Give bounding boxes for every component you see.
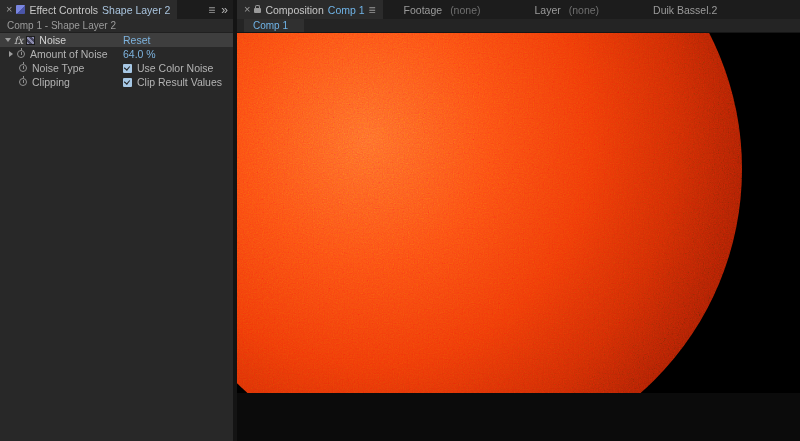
panel-icon (16, 5, 25, 14)
panel-menu-icon[interactable]: ≡ (208, 4, 215, 16)
param-label-group: Clipping (0, 76, 118, 88)
tab-suffix: (none) (569, 4, 599, 16)
lock-icon[interactable] (254, 8, 261, 13)
param-label: Amount of Noise (30, 48, 108, 60)
breadcrumb: Comp 1 - Shape Layer 2 (0, 19, 233, 33)
tab-title: Duik Bassel.2 (653, 4, 717, 16)
effect-controls-panel: × Effect Controls Shape Layer 2 ≡ » Comp… (0, 0, 233, 441)
tab-footage[interactable]: Footage (none) (397, 0, 488, 19)
param-label-group: Noise Type (0, 62, 118, 74)
checkbox-label: Clip Result Values (137, 76, 222, 88)
stopwatch-icon[interactable] (17, 50, 25, 58)
tab-composition[interactable]: × Composition Comp 1 ≡ (237, 0, 383, 19)
tab-title: Layer (534, 4, 560, 16)
close-icon[interactable]: × (6, 4, 12, 15)
tab-duik-bassel[interactable]: Duik Bassel.2 (646, 0, 724, 19)
tab-title: Footage (404, 4, 443, 16)
tab-title: Effect Controls (29, 4, 98, 16)
tab-target-comp: Comp 1 (328, 4, 365, 16)
tab-suffix: (none) (450, 4, 480, 16)
stopwatch-icon[interactable] (19, 78, 27, 86)
effect-row-noise[interactable]: fx Noise Reset (0, 33, 233, 47)
param-label-group: Amount of Noise (0, 48, 118, 60)
viewer-tab-strip: Comp 1 (237, 19, 800, 33)
param-label: Clipping (32, 76, 70, 88)
stopwatch-icon[interactable] (19, 64, 27, 72)
tab-target-layer: Shape Layer 2 (102, 4, 170, 16)
effect-controls-tabbar: × Effect Controls Shape Layer 2 ≡ » (0, 0, 233, 19)
noise-grain-overlay (237, 33, 742, 393)
chevron-down-icon[interactable] (5, 38, 11, 42)
red-ellipse-layer (237, 33, 742, 393)
overflow-tabs-icon[interactable]: » (221, 4, 228, 16)
param-row-clipping[interactable]: Clipping Clip Result Values (0, 75, 233, 89)
effect-name: Noise (39, 34, 66, 46)
composition-tabbar: × Composition Comp 1 ≡ Footage (none) La… (237, 0, 800, 19)
pasteboard (237, 393, 800, 441)
close-icon[interactable]: × (244, 4, 250, 15)
composition-canvas[interactable] (237, 33, 800, 393)
use-color-noise-checkbox[interactable] (123, 64, 132, 73)
checkbox-label: Use Color Noise (137, 62, 213, 74)
panel-menu-icon[interactable]: ≡ (369, 4, 376, 16)
reset-link[interactable]: Reset (123, 34, 150, 46)
tab-layer[interactable]: Layer (none) (527, 0, 606, 19)
tab-effect-controls[interactable]: × Effect Controls Shape Layer 2 (0, 0, 177, 19)
tab-title: Composition (265, 4, 323, 16)
param-row-noise-type[interactable]: Noise Type Use Color Noise (0, 61, 233, 75)
chevron-right-icon[interactable] (9, 51, 13, 57)
viewer-tab-comp1[interactable]: Comp 1 (244, 19, 304, 32)
param-row-amount-of-noise[interactable]: Amount of Noise 64.0 % (0, 47, 233, 61)
amount-of-noise-value[interactable]: 64.0 % (123, 48, 156, 60)
param-label: Noise Type (32, 62, 84, 74)
composition-panel: × Composition Comp 1 ≡ Footage (none) La… (237, 0, 800, 441)
composition-viewport[interactable] (237, 33, 800, 441)
clip-result-values-checkbox[interactable] (123, 78, 132, 87)
fx-badge[interactable]: fx (14, 35, 23, 46)
effect-icon (26, 36, 35, 45)
after-effects-workspace: × Effect Controls Shape Layer 2 ≡ » Comp… (0, 0, 800, 441)
